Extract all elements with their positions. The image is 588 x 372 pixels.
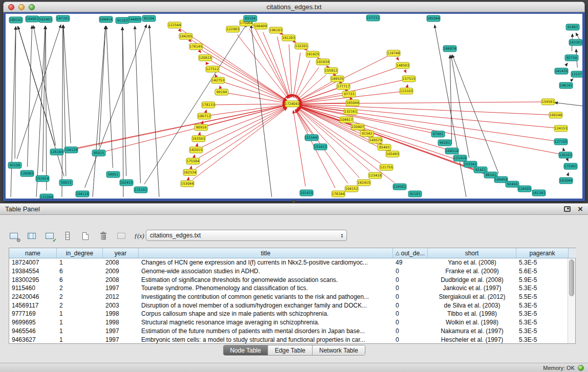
splitter-handle-icon[interactable] xyxy=(291,200,296,203)
network-edge[interactable] xyxy=(179,30,181,32)
network-node[interactable]: 91102 xyxy=(116,17,129,24)
cell-year[interactable]: 2008 xyxy=(103,276,139,283)
cell-pagerank[interactable]: 5.3E-5 xyxy=(516,302,569,309)
network-node[interactable]: 149579 xyxy=(369,137,382,143)
network-node[interactable]: 157231 xyxy=(366,15,380,21)
network-edge[interactable] xyxy=(299,105,559,154)
network-node[interactable]: 180191 xyxy=(9,17,23,23)
network-node[interactable]: 175901 xyxy=(564,163,577,169)
network-edge[interactable] xyxy=(197,143,198,145)
network-node[interactable]: 93104 xyxy=(142,15,156,21)
network-svg[interactable]: 1724043122544104205178145120615127512142… xyxy=(6,14,582,199)
network-node[interactable]: 104801 xyxy=(26,16,39,22)
network-edge[interactable] xyxy=(220,86,220,87)
cell-short[interactable]: de Silva et al. (2003) xyxy=(428,302,516,309)
network-node[interactable]: 126065 xyxy=(20,170,34,177)
network-node[interactable]: 99201 xyxy=(438,140,451,146)
network-node[interactable]: 104514 xyxy=(445,148,459,154)
cell-year[interactable]: 1998 xyxy=(103,319,139,326)
close-panel-icon[interactable]: × xyxy=(578,206,583,213)
network-node[interactable]: 182015 xyxy=(189,147,203,153)
network-node[interactable]: 162401 xyxy=(39,16,52,23)
cell-short[interactable]: Tibbo et al. (1998) xyxy=(428,310,516,317)
cell-short[interactable]: Hescheler et al. (1997) xyxy=(428,336,516,343)
network-node[interactable]: 101415 xyxy=(300,190,313,196)
network-node[interactable]: 123103 xyxy=(400,88,413,94)
new-column-button[interactable]: ✓ xyxy=(42,229,57,243)
network-node[interactable]: 92450 xyxy=(506,181,519,187)
cell-out_degree[interactable]: 0 xyxy=(393,285,428,292)
network-node[interactable]: 124505 xyxy=(518,186,531,192)
cell-pagerank[interactable]: 5.9E-5 xyxy=(516,276,569,283)
cell-out_degree[interactable]: 0 xyxy=(393,336,428,343)
network-node[interactable]: 177717 xyxy=(337,83,350,90)
network-edge[interactable] xyxy=(571,79,573,81)
cell-out_degree[interactable]: 49 xyxy=(393,259,428,266)
cell-pagerank[interactable]: 5.3E-5 xyxy=(516,285,569,292)
minimize-window-button[interactable] xyxy=(18,4,25,10)
network-node[interactable]: 186712 xyxy=(198,113,211,119)
cell-title[interactable]: Structural magnetic resonance image aver… xyxy=(139,319,393,326)
network-edge[interactable] xyxy=(451,55,469,158)
cell-year[interactable]: 1997 xyxy=(103,327,139,335)
network-node[interactable]: 97733 xyxy=(342,91,356,97)
network-node[interactable]: 121755 xyxy=(380,164,393,170)
network-edge[interactable] xyxy=(565,63,568,65)
cell-short[interactable]: Dudbridge et al. (2008) xyxy=(428,276,516,283)
network-edge[interactable] xyxy=(63,25,71,143)
network-edge[interactable] xyxy=(318,58,318,58)
network-edge[interactable] xyxy=(46,26,47,190)
create-table-button[interactable] xyxy=(78,229,93,243)
network-node[interactable]: 1724043 xyxy=(285,101,300,107)
cell-out_degree[interactable]: 0 xyxy=(393,268,428,275)
cell-name[interactable]: 9463627 xyxy=(9,336,57,343)
network-edge[interactable] xyxy=(296,110,309,132)
tab-network-table[interactable]: Network Table xyxy=(313,345,365,355)
tab-edge-table[interactable]: Edge Table xyxy=(268,345,313,355)
network-node[interactable]: 104205 xyxy=(179,33,192,39)
cell-year[interactable]: 2003 xyxy=(103,302,139,309)
table-row[interactable]: 1830029562008Estimation of significance … xyxy=(9,275,575,284)
network-node[interactable]: 132161 xyxy=(344,108,357,115)
network-node[interactable]: 185044 xyxy=(427,15,440,21)
cell-title[interactable]: Embryonic stem cells: a model to study s… xyxy=(139,336,393,343)
cell-pagerank[interactable]: 5.3E-5 xyxy=(516,336,569,343)
network-node[interactable]: 166874 xyxy=(443,46,456,52)
import-table-button[interactable] xyxy=(114,229,129,243)
network-node[interactable]: 155812 xyxy=(324,68,338,74)
network-node[interactable]: 99194 xyxy=(215,89,228,95)
network-edge[interactable] xyxy=(277,37,291,98)
show-columns-button[interactable] xyxy=(24,229,39,243)
network-node[interactable]: 85493 xyxy=(378,144,391,150)
cell-pagerank[interactable]: 5.3E-5 xyxy=(516,319,569,326)
cell-name[interactable]: 14569117 xyxy=(9,302,57,309)
table-row[interactable]: 946554611997Estimation of the future num… xyxy=(9,327,575,336)
network-edge[interactable] xyxy=(85,25,147,188)
network-edge[interactable] xyxy=(27,26,32,167)
cell-out_degree[interactable]: 0 xyxy=(393,327,428,335)
cell-out_degree[interactable]: 0 xyxy=(393,302,428,309)
network-node[interactable]: 104152 xyxy=(345,186,358,192)
network-node[interactable]: 120615 xyxy=(199,55,212,61)
network-node[interactable]: 149535 xyxy=(331,76,344,82)
cell-name[interactable]: 19384554 xyxy=(9,268,57,275)
network-node[interactable]: 91542 xyxy=(360,130,374,137)
cell-short[interactable]: Yano et al. (2008) xyxy=(428,259,516,266)
network-node[interactable]: 124501 xyxy=(393,184,406,190)
network-edge[interactable] xyxy=(180,29,287,100)
network-edge[interactable] xyxy=(200,52,201,53)
network-edge[interactable] xyxy=(281,34,283,35)
network-node[interactable]: 90918 xyxy=(194,124,208,130)
network-node[interactable]: 104118 xyxy=(76,191,89,197)
network-node[interactable]: 59013 xyxy=(59,180,73,186)
network-edge[interactable] xyxy=(78,105,286,149)
float-panel-icon[interactable] xyxy=(564,206,571,212)
network-node[interactable]: 162415 xyxy=(357,180,371,186)
network-node[interactable]: 162534 xyxy=(183,169,197,176)
cell-title[interactable]: Estimation of significance thresholds fo… xyxy=(139,276,393,283)
network-edge[interactable] xyxy=(299,105,554,141)
network-node[interactable]: 161625 xyxy=(306,51,319,57)
cell-year[interactable]: 2008 xyxy=(103,259,139,266)
network-node[interactable]: 104617 xyxy=(340,117,353,123)
column-header-out_degree[interactable]: △out_de... xyxy=(393,248,428,258)
